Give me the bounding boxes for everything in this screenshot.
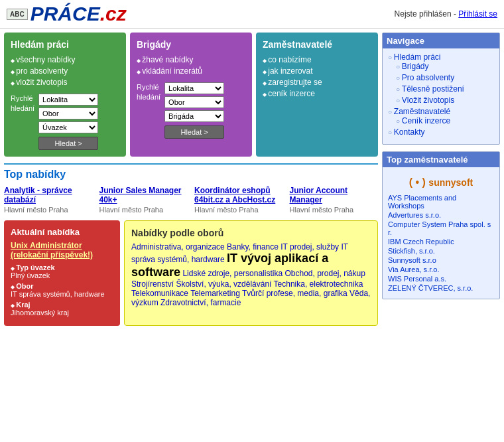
link-administrativa[interactable]: Administrativa, organizace (131, 242, 225, 252)
link-technika[interactable]: Technika, elektrotechnika (274, 279, 363, 289)
link-skolstvi[interactable]: Školství, výuka, vzdělávání (176, 279, 271, 289)
nav-link-cenik[interactable]: Ceník inzerce (402, 116, 450, 125)
nav-item-hledam: Hledám práci Brigády Pro absolventy Těle… (388, 52, 494, 105)
employer-link-7[interactable]: Via Aurea, s.r.o. (388, 265, 494, 273)
detail-val-1: Plný úvazek (11, 271, 50, 279)
link-jak-inzerovat[interactable]: jak inzerovat (268, 66, 312, 76)
select-uvazek-green[interactable]: Úvazek (38, 121, 98, 133)
nav-item-absolventy: Pro absolventy (396, 73, 494, 82)
nabidky-obory-section: Nabídky podle oborů Administrativa, orga… (124, 220, 378, 326)
offer-item: Koordinátor eshopů 64bit.cz a AbcHost.cz… (194, 186, 283, 214)
panel-teal-links: co nabízíme jak inzerovat zaregistrujte … (263, 55, 371, 98)
link-zhave[interactable]: žhavé nabídky (142, 55, 193, 64)
link-it-prodej[interactable]: IT prodej, služby (281, 242, 339, 252)
link-zivotopis[interactable]: vložit životopis (16, 78, 67, 87)
select-brigada[interactable]: Brigáda (164, 110, 224, 122)
top-employers-panel: Top zaměstnavatelé ( • ) sunnysoft AYS P… (382, 151, 500, 299)
detail-label-3: Kraj (16, 301, 30, 309)
header: ABC PRÁCE.cz Nejste přihlášen - Přihlási… (0, 0, 504, 29)
panel-purple-links: žhavé nabídky vkládání inzerátů (137, 55, 245, 76)
employer-link-4[interactable]: IBM Czech Republic (388, 238, 494, 246)
nabidky-link-9: Technika, elektrotechnika (274, 279, 363, 289)
offer-link-3[interactable]: Koordinátor eshopů 64bit.cz a AbcHost.cz (194, 186, 275, 204)
panel-purple-title: Brigády (137, 39, 245, 50)
nabidky-link-11: Telemarketing (190, 289, 242, 298)
select-obor-purple[interactable]: Obor (164, 96, 224, 108)
nabidky-link-1: Administrativa, organizace (131, 242, 227, 252)
nabidky-link-14: Zdravotnictví, farmacie (160, 298, 241, 307)
nabidky-link-3: IT prodej, služby (281, 242, 341, 252)
list-item: OborIT správa systémů, hardware (11, 282, 113, 298)
link-tvurci[interactable]: Tvůrčí profese, media, grafika (242, 289, 347, 298)
link-co-nabizime[interactable]: co nabízíme (268, 55, 311, 64)
link-zdravotnictvi[interactable]: Zdravotnictví, farmacie (160, 298, 241, 307)
link-lidske[interactable]: Lidské zdroje, personalistika (182, 269, 283, 278)
employer-link-2[interactable]: Advertures s.r.o. (388, 211, 494, 219)
panel-zamestnavatele: Zaměstnavatelé co nabízíme jak inzerovat… (256, 33, 378, 157)
detail-label-1: Typ úvazek (16, 263, 55, 271)
nav-link-brigady[interactable]: Brigády (402, 62, 429, 71)
search-btn-purple[interactable]: Hledat > (164, 125, 224, 139)
offer-location-4: Hlavní město Praha (290, 206, 379, 214)
offers-grid: Analytik - správce databází Hlavní město… (4, 186, 378, 214)
aktualni-details: Typ úvazekPlný úvazek OborIT správa syst… (11, 263, 113, 317)
employer-link-3[interactable]: Computer System Praha spol. s r. (388, 220, 494, 236)
navigace-list: Hledám práci Brigády Pro absolventy Těle… (388, 52, 494, 137)
link-vsechny[interactable]: všechny nabídky (16, 55, 75, 64)
link-telekomunikace[interactable]: Telekomunikace (131, 289, 188, 298)
link-telemarketing[interactable]: Telemarketing (190, 289, 240, 298)
nabidky-link-2: Banky, finance (227, 242, 281, 252)
offer-item: Junior Account Manager Hlavní město Prah… (290, 186, 379, 214)
aktualni-title: Aktuální nabídka (11, 227, 113, 237)
login-link[interactable]: Přihlásit se (458, 9, 497, 19)
employer-link-6[interactable]: Sunnysoft s.r.o (388, 256, 494, 264)
nav-link-zivotopis[interactable]: Vložit životopis (402, 96, 454, 105)
detail-label-2: Obor (16, 282, 33, 290)
sunnysoft-name: sunnysoft (428, 177, 473, 188)
panel-brigady: Brigády žhavé nabídky vkládání inzerátů … (130, 33, 252, 157)
link-vkladani[interactable]: vkládání inzerátů (142, 66, 202, 76)
panel-teal-title: Zaměstnavatelé (263, 39, 371, 50)
nav-link-postizeni[interactable]: Tělesně postižení (402, 84, 464, 94)
search-btn-green[interactable]: Hledat > (38, 137, 98, 150)
employer-link-9[interactable]: ZELENÝ ČTVEREC, s.r.o. (388, 284, 494, 292)
detail-val-3: Jihomoravský kraj (11, 309, 69, 317)
employer-link-8[interactable]: WIS Personal a.s. (388, 275, 494, 283)
top-employers-title: Top zaměstnavatelé (383, 152, 499, 167)
logo-prace: PRÁCE.cz (31, 4, 127, 24)
panel-hledam-praci: Hledám práci všechny nabídky pro absolve… (4, 33, 126, 157)
select-obor-green[interactable]: Obor (38, 108, 98, 119)
link-absolventy[interactable]: pro absolventy (16, 66, 68, 76)
link-strojirenstvi[interactable]: Strojírenství (131, 279, 174, 289)
panel-green-links: všechny nabídky pro absolventy vložit ži… (11, 55, 119, 87)
quick-search-label-green: Rychléhledání (11, 94, 34, 114)
nabidky-link-10: Telekomunikace (131, 289, 190, 298)
sunnysoft-logo: ( • ) sunnysoft (388, 171, 494, 194)
nav-link-absolventy[interactable]: Pro absolventy (402, 73, 454, 82)
select-lokalita-green[interactable]: Lokalita (38, 94, 98, 106)
offer-link-4[interactable]: Junior Account Manager (290, 186, 348, 204)
bottom-panels: Aktuální nabídka Unix Administrátor (rel… (4, 220, 378, 326)
login-area: Nejste přihlášen - Přihlásit se (395, 9, 497, 19)
login-text: Nejste přihlášen - (395, 9, 456, 19)
nabidky-link-6: Obchod, prodej, nákup (284, 269, 365, 278)
offer-link-2[interactable]: Junior Sales Manager 40k+ (99, 186, 182, 204)
link-banky[interactable]: Banky, finance (227, 242, 279, 252)
dot-icon: ( • ) (409, 177, 429, 188)
nav-link-kontakty[interactable]: Kontakty (394, 127, 425, 137)
select-lokalita-purple[interactable]: Lokalita (164, 82, 224, 94)
nav-link-hledam[interactable]: Hledám práci (394, 52, 441, 62)
nabidky-link-7: Strojírenství (131, 279, 176, 289)
employer-link-5[interactable]: Stickfish, s.r.o. (388, 247, 494, 255)
link-obchod[interactable]: Obchod, prodej, nákup (284, 269, 365, 278)
nav-item-zivotopis: Vložit životopis (396, 96, 494, 105)
nav-item-kontakty: Kontakty (388, 127, 494, 137)
link-cenik[interactable]: ceník inzerce (268, 89, 315, 98)
link-zaregistrujte[interactable]: zaregistrujte se (268, 78, 322, 87)
nav-link-zamestnavatele[interactable]: Zaměstnavatelé (394, 107, 450, 116)
navigace-title: Navigace (383, 33, 499, 48)
aktualni-job-title[interactable]: Unix Administrátor (relokační příspěvek!… (11, 241, 93, 259)
top-offers-title: Top nabídky (4, 169, 378, 181)
offer-link-1[interactable]: Analytik - správce databází (4, 186, 72, 204)
employer-link-1[interactable]: AYS Placements and Workshops (388, 194, 494, 210)
